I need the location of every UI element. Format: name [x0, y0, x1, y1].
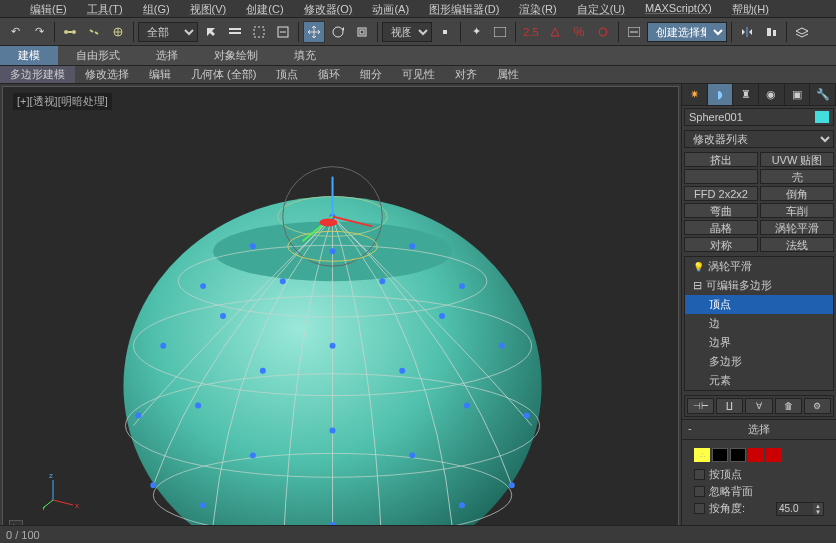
menu-help[interactable]: 帮助(H) — [722, 2, 779, 15]
ribbon-tab-freeform[interactable]: 自由形式 — [58, 46, 138, 65]
rotate-button[interactable] — [327, 21, 349, 43]
menu-modifier[interactable]: 修改器(O) — [294, 2, 363, 15]
show-end-result-button[interactable]: ∐ — [716, 398, 743, 414]
tab-display[interactable]: ▣ — [785, 84, 811, 105]
btn-extrude[interactable]: 挤出 — [684, 152, 758, 167]
manipulate-button[interactable]: ✦ — [465, 21, 487, 43]
btn-shell[interactable]: 壳 — [760, 169, 834, 184]
link-button[interactable] — [59, 21, 81, 43]
menu-edit[interactable]: 编辑(E) — [20, 2, 77, 15]
btn-turbosmooth[interactable]: 涡轮平滑 — [760, 220, 834, 235]
angle-snap-button[interactable] — [544, 21, 566, 43]
select-object-button[interactable] — [200, 21, 222, 43]
object-name-field[interactable]: Sphere001 — [684, 108, 834, 126]
remove-modifier-button[interactable]: 🗑 — [775, 398, 802, 414]
btn-chamfer[interactable]: 倒角 — [760, 186, 834, 201]
stack-vertex[interactable]: 顶点 — [685, 295, 833, 314]
ribbon-tab-objectpaint[interactable]: 对象绘制 — [196, 46, 276, 65]
ribbon-tab-selection[interactable]: 选择 — [138, 46, 196, 65]
btn-normal[interactable]: 法线 — [760, 237, 834, 252]
stack-border[interactable]: 边界 — [685, 333, 833, 352]
menu-animation[interactable]: 动画(A) — [362, 2, 419, 15]
stack-edge[interactable]: 边 — [685, 314, 833, 333]
layers-button[interactable] — [791, 21, 813, 43]
subribbon-polymodel[interactable]: 多边形建模 — [0, 66, 75, 83]
menu-create[interactable]: 创建(C) — [236, 2, 293, 15]
by-vertex-checkbox[interactable] — [694, 469, 705, 480]
subobj-element-button[interactable] — [766, 448, 782, 462]
by-angle-checkbox[interactable] — [694, 503, 705, 514]
tab-create[interactable]: ✷ — [682, 84, 708, 105]
subribbon-geometry[interactable]: 几何体 (全部) — [181, 66, 266, 83]
btn-lathe[interactable]: 车削 — [760, 203, 834, 218]
ribbon-tab-populate[interactable]: 填充 — [276, 46, 334, 65]
tab-modify[interactable]: ◗ — [708, 84, 734, 105]
bulb-icon[interactable]: 💡 — [693, 262, 704, 272]
btn-empty1[interactable] — [684, 169, 758, 184]
subribbon-edit[interactable]: 编辑 — [139, 66, 181, 83]
snap-toggle-button[interactable]: 2.5 — [520, 21, 542, 43]
menu-view[interactable]: 视图(V) — [180, 2, 237, 15]
viewport-label[interactable]: [+][透视][明暗处理] — [13, 93, 112, 110]
modifier-list-dropdown[interactable]: 修改器列表 — [684, 130, 834, 148]
tab-utilities[interactable]: 🔧 — [810, 84, 836, 105]
viewport-perspective[interactable]: [+][透视][明暗处理] — [2, 86, 679, 541]
bind-button[interactable] — [107, 21, 129, 43]
mirror-button[interactable] — [736, 21, 758, 43]
btn-bend[interactable]: 弯曲 — [684, 203, 758, 218]
menu-render[interactable]: 渲染(R) — [509, 2, 566, 15]
select-region-button[interactable] — [248, 21, 270, 43]
menu-maxscript[interactable]: MAXScript(X) — [635, 2, 722, 15]
move-button[interactable] — [303, 21, 325, 43]
spinner-snap-button[interactable] — [592, 21, 614, 43]
btn-symmetry[interactable]: 对称 — [684, 237, 758, 252]
percent-snap-button[interactable]: % — [568, 21, 590, 43]
subribbon-modifysel[interactable]: 修改选择 — [75, 66, 139, 83]
subribbon-visibility[interactable]: 可见性 — [392, 66, 445, 83]
btn-ffd[interactable]: FFD 2x2x2 — [684, 186, 758, 201]
subribbon-vertex[interactable]: 顶点 — [266, 66, 308, 83]
configure-sets-button[interactable]: ⚙ — [804, 398, 831, 414]
edit-named-sel-button[interactable] — [623, 21, 645, 43]
select-by-name-button[interactable] — [224, 21, 246, 43]
object-color-swatch[interactable] — [815, 111, 829, 123]
subribbon-loop[interactable]: 循环 — [308, 66, 350, 83]
window-crossing-button[interactable] — [272, 21, 294, 43]
undo-button[interactable]: ↶ — [4, 21, 26, 43]
menu-customize[interactable]: 自定义(U) — [567, 2, 635, 15]
align-button[interactable] — [760, 21, 782, 43]
expand-icon[interactable]: ⊟ — [693, 279, 702, 292]
angle-input[interactable] — [777, 503, 813, 515]
named-selection-select[interactable]: 创建选择集 — [647, 22, 727, 42]
ignore-backface-checkbox[interactable] — [694, 486, 705, 497]
menu-grapheditor[interactable]: 图形编辑器(D) — [419, 2, 509, 15]
ref-coord-select[interactable]: 视图 — [382, 22, 432, 42]
stack-polygon[interactable]: 多边形 — [685, 352, 833, 371]
pivot-button[interactable] — [434, 21, 456, 43]
menu-tools[interactable]: 工具(T) — [77, 2, 133, 15]
angle-spinner[interactable]: ▲▼ — [776, 502, 824, 516]
make-unique-button[interactable]: ∀ — [745, 398, 772, 414]
subobj-vertex-button[interactable]: ∴ — [694, 448, 710, 462]
pin-stack-button[interactable]: ⊣⊢ — [687, 398, 714, 414]
ribbon-tab-modeling[interactable]: 建模 — [0, 46, 58, 65]
stack-editable-poly[interactable]: ⊟可编辑多边形 — [685, 276, 833, 295]
subribbon-properties[interactable]: 属性 — [487, 66, 529, 83]
btn-uvw[interactable]: UVW 贴图 — [760, 152, 834, 167]
redo-button[interactable]: ↷ — [28, 21, 50, 43]
subribbon-subdivide[interactable]: 细分 — [350, 66, 392, 83]
btn-lattice[interactable]: 晶格 — [684, 220, 758, 235]
unlink-button[interactable] — [83, 21, 105, 43]
stack-turbosmooth[interactable]: 💡涡轮平滑 — [685, 257, 833, 276]
keyboard-shortcut-button[interactable] — [489, 21, 511, 43]
scale-button[interactable] — [351, 21, 373, 43]
rollout-selection-header[interactable]: 选择 — [682, 419, 836, 440]
selection-filter-select[interactable]: 全部 — [138, 22, 198, 42]
tab-hierarchy[interactable]: ♜ — [733, 84, 759, 105]
subobj-polygon-button[interactable] — [748, 448, 764, 462]
subobj-edge-button[interactable] — [712, 448, 728, 462]
spin-down[interactable]: ▼ — [813, 509, 823, 515]
stack-element[interactable]: 元素 — [685, 371, 833, 390]
subribbon-align[interactable]: 对齐 — [445, 66, 487, 83]
menu-group[interactable]: 组(G) — [133, 2, 180, 15]
